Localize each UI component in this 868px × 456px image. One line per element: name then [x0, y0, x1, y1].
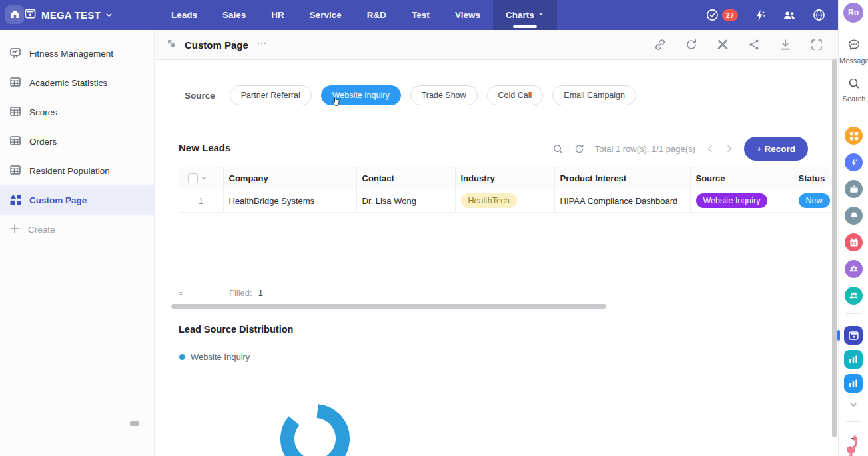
source-badge[interactable]: Website Inquiry: [696, 193, 768, 208]
search-icon[interactable]: [552, 143, 564, 155]
nav-tab-leads[interactable]: Leads: [159, 0, 210, 30]
people-group-icon[interactable]: [845, 287, 863, 305]
filter-pill-trade-show[interactable]: Trade Show: [410, 85, 478, 105]
more-icon[interactable]: [256, 38, 267, 51]
table-icon: [9, 105, 21, 119]
message-label: Message: [839, 57, 868, 65]
col-header-industry[interactable]: Industry: [455, 167, 554, 189]
link-icon[interactable]: [653, 38, 667, 51]
user-avatar[interactable]: Ro: [843, 3, 863, 23]
expand-diagonal-icon[interactable]: [166, 38, 177, 51]
col-header-status[interactable]: Status: [793, 167, 831, 189]
app-icon-chart-teal[interactable]: [844, 350, 863, 369]
globe-icon[interactable]: [812, 8, 826, 22]
nav-tab-sales[interactable]: Sales: [210, 0, 258, 30]
legend-dot: [179, 354, 185, 360]
search-label: Search: [839, 95, 868, 103]
message-icon[interactable]: [847, 37, 861, 55]
sidebar-item-academic-statistics[interactable]: Academic Statistics: [0, 68, 154, 97]
table-icon: [9, 164, 21, 178]
nav-tab-service[interactable]: Service: [297, 0, 354, 30]
nav-tab-test[interactable]: Test: [399, 0, 442, 30]
select-all-checkbox[interactable]: [188, 173, 198, 183]
nav-tab-hr[interactable]: HR: [258, 0, 297, 30]
pagination-text: Total 1 row(s), 1/1 page(s): [595, 144, 695, 154]
nav-tab-rd[interactable]: R&D: [354, 0, 399, 30]
apps-grid-icon[interactable]: [845, 127, 863, 145]
people-group-icon[interactable]: [845, 260, 863, 278]
summary-value: 1: [258, 288, 263, 298]
workspace-switcher[interactable]: MEGA TEST: [24, 0, 113, 30]
search-icon[interactable]: [847, 77, 861, 93]
chevron-down-icon[interactable]: [849, 400, 858, 412]
sidebar-item-scores[interactable]: Scores: [0, 97, 154, 127]
briefcase-icon[interactable]: [845, 180, 863, 198]
table-section-title: New Leads: [179, 142, 230, 153]
bell-icon[interactable]: [845, 207, 863, 225]
shapes-icon: [9, 193, 21, 207]
sidebar-scroll-handle[interactable]: [130, 421, 139, 426]
filter-label: Source: [185, 91, 215, 101]
app-icon-mega-test[interactable]: [844, 326, 863, 345]
table-header-row: Company Contact Industry Product Interes…: [179, 167, 831, 189]
home-button[interactable]: [5, 5, 24, 24]
page-title: Custom Page: [185, 39, 248, 51]
filter-pill-email-campaign[interactable]: Email Campaign: [552, 85, 636, 105]
flamingo-icon[interactable]: [844, 433, 864, 456]
cell-contact[interactable]: Dr. Lisa Wong: [356, 189, 455, 213]
status-badge[interactable]: New: [799, 193, 830, 208]
calendar-icon[interactable]: 23: [845, 233, 863, 251]
workspace-icon: [24, 7, 37, 23]
chevron-down-icon: [538, 10, 544, 20]
refresh-icon[interactable]: [574, 143, 585, 155]
main-content: Source Partner Referral Website Inquiry …: [155, 60, 831, 456]
source-filter: Source Partner Referral Website Inquiry …: [185, 85, 636, 105]
vertical-scrollbar[interactable]: [832, 59, 837, 437]
legend-label: Website Inquiry: [191, 352, 250, 362]
right-rail: Ro Message Search 23: [838, 0, 868, 456]
automation-bolt-icon[interactable]: [753, 9, 767, 22]
col-header-product-interest[interactable]: Product Interest: [554, 167, 690, 189]
chevron-down-icon[interactable]: [201, 173, 207, 183]
refresh-icon[interactable]: [685, 38, 698, 51]
fullscreen-icon[interactable]: [810, 38, 823, 51]
cell-company[interactable]: HealthBridge Systems: [223, 189, 356, 213]
sidebar-item-resident-population[interactable]: Resident Population: [0, 156, 154, 185]
members-icon[interactable]: [782, 8, 797, 23]
notification-count-badge: 27: [722, 9, 738, 21]
table-summary-row: = Filled: 1: [179, 288, 263, 298]
col-header-company[interactable]: Company: [223, 167, 356, 189]
home-icon: [10, 9, 20, 21]
add-record-button[interactable]: + Record: [744, 137, 808, 161]
chart-title: Lead Source Distribution: [179, 324, 293, 335]
tools-icon[interactable]: [716, 38, 729, 51]
chart-legend[interactable]: Website Inquiry: [179, 352, 250, 362]
cell-product-interest[interactable]: HIPAA Compliance Dashboard: [554, 189, 690, 213]
filter-pill-website-inquiry[interactable]: Website Inquiry: [321, 85, 401, 105]
left-sidebar: Fitness Management Academic Statistics S…: [0, 30, 155, 456]
col-header-contact[interactable]: Contact: [356, 167, 455, 189]
sidebar-item-custom-page[interactable]: Custom Page: [0, 185, 154, 215]
dashboard-icon: [9, 47, 21, 61]
tasks-check-icon[interactable]: 27: [705, 8, 738, 22]
sidebar-item-fitness-management[interactable]: Fitness Management: [0, 39, 154, 68]
industry-badge[interactable]: HealthTech: [461, 193, 518, 208]
donut-chart: [275, 399, 355, 456]
nav-tab-views[interactable]: Views: [442, 0, 493, 30]
share-icon[interactable]: [747, 38, 761, 51]
table-icon: [9, 135, 21, 149]
app-icon-chart-blue[interactable]: [844, 374, 863, 393]
sidebar-item-orders[interactable]: Orders: [0, 127, 154, 156]
horizontal-scrollbar[interactable]: [171, 304, 606, 309]
page-prev-icon[interactable]: [705, 144, 715, 153]
automation-bolt-icon[interactable]: [845, 153, 863, 171]
page-next-icon[interactable]: [725, 144, 734, 153]
table-row[interactable]: 1 HealthBridge Systems Dr. Lisa Wong Hea…: [179, 189, 831, 213]
nav-tab-charts[interactable]: Charts: [493, 0, 557, 30]
col-header-source[interactable]: Source: [690, 167, 793, 189]
filter-pill-cold-call[interactable]: Cold Call: [487, 85, 544, 105]
download-icon[interactable]: [779, 38, 792, 51]
summary-label[interactable]: Filled:: [229, 288, 252, 298]
sidebar-create-button[interactable]: Create: [0, 215, 154, 244]
filter-pill-partner-referral[interactable]: Partner Referral: [230, 85, 312, 105]
